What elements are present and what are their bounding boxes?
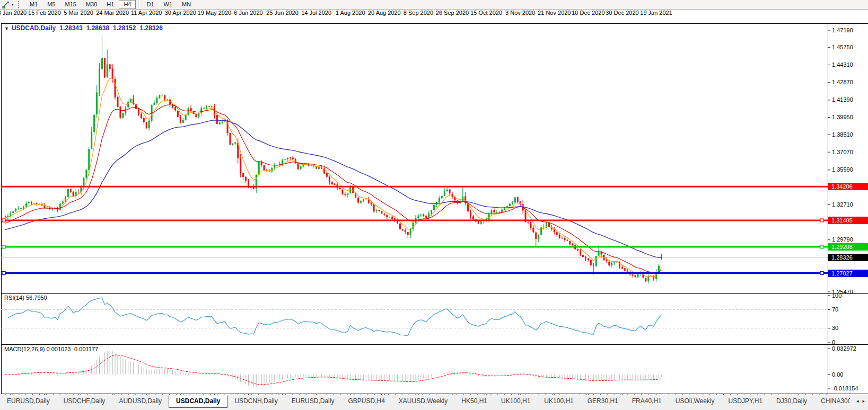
- chart-tab-FRA40-H1[interactable]: FRA40,H1: [625, 396, 669, 407]
- chart-tab-XAUUSD-Weekly[interactable]: XAUUSD,Weekly: [392, 396, 454, 407]
- line-draw-tool-icon[interactable]: [2, 1, 10, 8]
- chart-tab-USDCHF-Daily[interactable]: USDCHF,Daily: [57, 396, 112, 407]
- chart-tab-USDCAD-Daily[interactable]: USDCAD,Daily: [169, 395, 227, 408]
- timeframe-button-M1[interactable]: M1: [25, 0, 42, 9]
- chart-tab-GER30-H1[interactable]: GER30,H1: [581, 396, 625, 407]
- timeframe-buttons: M1M5M15M30H1H4D1W1MN: [25, 0, 196, 9]
- timeframe-button-M15[interactable]: M15: [60, 0, 81, 9]
- chart-tab-USDCNH-Daily[interactable]: USDCNH,Daily: [227, 396, 284, 407]
- tool-dropdown-caret[interactable]: ▼: [10, 3, 16, 6]
- chart-tab-USOil-Weekly[interactable]: USOil,Weekly: [669, 396, 722, 407]
- chart-tab-HK50-H1[interactable]: HK50,H1: [454, 396, 494, 407]
- timeframe-button-H4[interactable]: H4: [119, 0, 136, 9]
- chart-tab-UK100-H1[interactable]: UK100,H1: [537, 396, 580, 407]
- chart-tab-EURUSD-Daily[interactable]: EURUSD,Daily: [0, 396, 57, 407]
- chart-tab-UK100-H1[interactable]: UK100,H1: [494, 396, 537, 407]
- chart-tab-USDJPY-H1[interactable]: USDJPY,H1: [722, 396, 769, 407]
- tab-scroll-left-icon[interactable]: ◂: [856, 398, 859, 404]
- timeframe-button-M5[interactable]: M5: [42, 0, 60, 9]
- mt4-window: ▼ M1M5M15M30H1H4D1W1MN ▼USDCAD,Daily1.28…: [0, 0, 868, 410]
- timeframe-button-H1[interactable]: H1: [102, 0, 119, 9]
- toolbar-separator: [138, 1, 139, 8]
- timeframe-toolbar: ▼ M1M5M15M30H1H4D1W1MN: [0, 0, 868, 10]
- price-chart-canvas[interactable]: [0, 10, 868, 404]
- chart-tab-DJ30-Daily[interactable]: DJ30,Daily: [769, 396, 814, 407]
- timeframe-button-D1[interactable]: D1: [142, 0, 159, 9]
- timeframe-button-W1[interactable]: W1: [159, 0, 178, 9]
- timeframe-button-M30[interactable]: M30: [81, 0, 102, 9]
- tab-scroll-buttons: ◂ ▸: [850, 395, 868, 407]
- chart-tab-bar: EURUSD,DailyUSDCHF,DailyAUDUSD,DailyUSDC…: [0, 395, 868, 410]
- chart-tab-GBPUSD-H4[interactable]: GBPUSD,H4: [341, 396, 391, 407]
- chart-tab-EURUSD-Daily[interactable]: EURUSD,Daily: [285, 396, 341, 407]
- chart-tab-AUDUSD-Daily[interactable]: AUDUSD,Daily: [112, 396, 169, 407]
- tab-scroll-right-icon[interactable]: ▸: [862, 398, 865, 404]
- timeframe-button-MN[interactable]: MN: [177, 0, 196, 9]
- chart-area[interactable]: ▼USDCAD,Daily1.283431.286381.281521.2832…: [0, 10, 868, 394]
- toolbar-grip[interactable]: [18, 1, 21, 8]
